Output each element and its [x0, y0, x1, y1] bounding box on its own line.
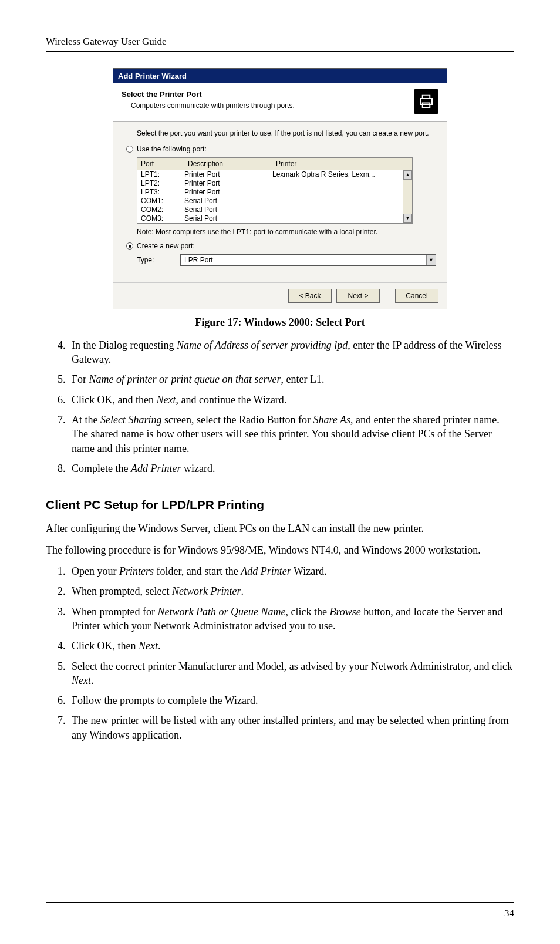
text: Click OK, and then	[72, 394, 156, 406]
section-heading: Client PC Setup for LPD/LPR Printing	[46, 497, 514, 513]
radio-label: Use the following port:	[137, 144, 207, 154]
text-italic: Next	[156, 394, 176, 406]
cell-port: LPT2:	[141, 179, 184, 188]
list-item: In the Dialog requesting Name of Address…	[68, 338, 514, 367]
cell-desc: Serial Port	[184, 197, 272, 205]
text-italic: Share As	[313, 414, 350, 426]
text: screen, select the Radio Button for	[161, 414, 313, 426]
cell-desc: Printer Port	[184, 188, 272, 197]
text-italic: Add Printer	[131, 463, 181, 474]
steps-list-a: In the Dialog requesting Name of Address…	[46, 338, 514, 476]
figure-container: Add Printer Wizard Select the Printer Po…	[113, 68, 447, 309]
text-italic: Next	[139, 640, 158, 652]
text: For	[72, 373, 89, 385]
text: .	[158, 640, 161, 652]
type-select[interactable]: LPR Port ▼	[180, 254, 436, 266]
cell-desc: Serial Port	[184, 214, 272, 223]
paragraph: After configuring the Windows Server, cl…	[46, 521, 514, 535]
cell-printer	[272, 214, 409, 223]
radio-label: Create a new port:	[137, 241, 195, 251]
cell-port: COM2:	[141, 205, 184, 214]
text-italic: Network Printer	[172, 585, 241, 597]
footer-divider	[46, 902, 514, 903]
cell-printer	[272, 179, 409, 188]
list-item: The new printer will be listed with any …	[68, 713, 514, 742]
list-item: When prompted for Network Path or Queue …	[68, 605, 514, 633]
printer-icon	[414, 89, 438, 114]
text: folder, and start the	[154, 565, 241, 577]
text-italic: Printers	[119, 565, 154, 577]
steps-list-b: Open your Printers folder, and start the…	[46, 564, 514, 742]
radio-icon	[126, 242, 133, 250]
text-italic: Network Path or Queue Name	[157, 606, 285, 618]
cell-desc: Printer Port	[184, 170, 272, 179]
dialog-body: Select the port you want your printer to…	[113, 122, 447, 272]
text-italic: Next	[72, 675, 91, 686]
type-row: Type: LPR Port ▼	[137, 254, 436, 266]
radio-icon	[126, 146, 133, 153]
list-item: When prompted, select Network Printer.	[68, 584, 514, 598]
text: In the Dialog requesting	[72, 339, 177, 351]
table-row[interactable]: COM2: Serial Port	[137, 205, 412, 214]
table-row[interactable]: COM1: Serial Port	[137, 197, 412, 205]
cancel-button[interactable]: Cancel	[395, 289, 438, 303]
dialog-titlebar: Add Printer Wizard	[113, 69, 447, 84]
cell-printer	[272, 197, 409, 205]
cell-port: COM1:	[141, 197, 184, 205]
col-header-port[interactable]: Port	[137, 158, 184, 170]
figure-caption: Figure 17: Windows 2000: Select Port	[46, 315, 514, 329]
text: Complete the	[72, 463, 131, 474]
table-row[interactable]: LPT2: Printer Port	[137, 179, 412, 188]
type-label: Type:	[137, 255, 172, 265]
text-italic: Select Sharing	[100, 414, 161, 426]
cell-port: LPT3:	[141, 188, 184, 197]
list-item: For Name of printer or print queue on th…	[68, 372, 514, 386]
dialog-subheading: Computers communicate with printers thro…	[131, 101, 414, 110]
text: , click the	[285, 606, 329, 618]
cell-desc: Serial Port	[184, 205, 272, 214]
text: At the	[72, 414, 100, 426]
dialog-intro-text: Select the port you want your printer to…	[137, 129, 436, 138]
scroll-down-icon[interactable]: ▼	[403, 214, 412, 223]
text: .	[241, 585, 244, 597]
port-rows: LPT1: Printer Port Lexmark Optra R Serie…	[137, 170, 412, 223]
text: Open your	[72, 565, 119, 577]
cell-printer	[272, 188, 409, 197]
text: .	[91, 675, 94, 686]
cell-printer: Lexmark Optra R Series, Lexm...	[272, 170, 409, 179]
back-button[interactable]: < Back	[288, 289, 332, 303]
text: When prompted for	[72, 606, 157, 618]
cell-port: COM3:	[141, 214, 184, 223]
radio-use-following-port[interactable]: Use the following port:	[126, 144, 436, 154]
scroll-up-icon[interactable]: ▲	[403, 170, 412, 180]
port-note: Note: Most computers use the LPT1: port …	[137, 227, 436, 237]
page-header: Wireless Gateway User Guide	[46, 35, 514, 52]
table-row[interactable]: COM3: Serial Port	[137, 214, 412, 223]
col-header-description[interactable]: Description	[184, 158, 272, 170]
table-row[interactable]: LPT1: Printer Port Lexmark Optra R Serie…	[137, 170, 412, 179]
col-header-printer[interactable]: Printer	[272, 158, 412, 170]
port-table-header: Port Description Printer	[137, 158, 412, 170]
table-row[interactable]: LPT3: Printer Port	[137, 188, 412, 197]
port-table: Port Description Printer LPT1: Printer P…	[137, 157, 413, 224]
text-italic: Browse	[329, 606, 360, 618]
list-item: At the Select Sharing screen, select the…	[68, 413, 514, 456]
next-button[interactable]: Next >	[336, 289, 380, 303]
text: , enter L1.	[281, 373, 325, 385]
add-printer-wizard-dialog: Add Printer Wizard Select the Printer Po…	[113, 68, 447, 309]
chevron-down-icon[interactable]: ▼	[426, 255, 436, 265]
text: Click OK, then	[72, 640, 139, 652]
list-item: Open your Printers folder, and start the…	[68, 564, 514, 578]
text-italic: Add Printer	[241, 565, 291, 577]
text: , and continue the Wizard.	[176, 394, 286, 406]
radio-create-new-port[interactable]: Create a new port:	[126, 241, 436, 251]
svg-rect-2	[423, 103, 430, 108]
paragraph: The following procedure is for Windows 9…	[46, 543, 514, 557]
cell-port: LPT1:	[141, 170, 184, 179]
text: When prompted, select	[72, 585, 172, 597]
dialog-footer: < Back Next > Cancel	[113, 282, 447, 309]
text-italic: Name of Address of server providing lpd	[177, 339, 348, 351]
list-item: Click OK, then Next.	[68, 639, 514, 653]
scrollbar[interactable]: ▲ ▼	[403, 170, 412, 223]
page-number: 34	[504, 907, 514, 921]
